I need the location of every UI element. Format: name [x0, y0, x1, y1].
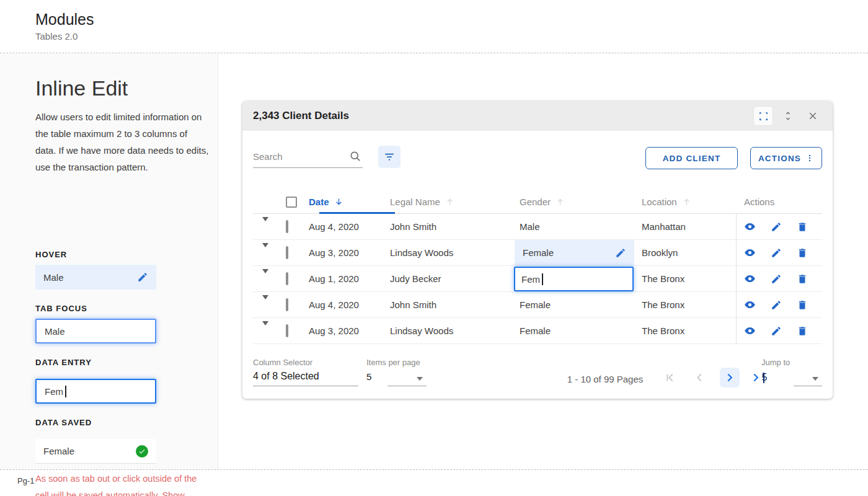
tab-focus-state-value: Male [45, 326, 65, 337]
delete-trash-icon[interactable] [797, 221, 808, 232]
hover-state-example[interactable]: Male [35, 265, 156, 290]
search-field[interactable] [253, 146, 363, 168]
sort-asc-icon [682, 197, 691, 206]
filter-button[interactable] [378, 146, 401, 168]
page-subtitle: Tables 2.0 [35, 31, 78, 42]
items-per-page-dropdown[interactable] [388, 371, 427, 386]
edit-pencil-icon[interactable] [771, 247, 782, 259]
table-row: Aug 3, 2020 Lindsay Woods Female The Bro… [253, 318, 822, 344]
cell-gender[interactable]: Male [520, 221, 540, 232]
column-header-location[interactable]: Location [642, 197, 736, 207]
cell-date: Aug 3, 2020 [309, 247, 390, 258]
edit-pencil-icon[interactable] [771, 221, 782, 232]
cell-date: Aug 4, 2020 [309, 221, 390, 232]
filter-icon [384, 151, 395, 162]
next-page-button[interactable] [720, 368, 740, 388]
edit-pencil-icon[interactable] [771, 326, 782, 337]
items-per-page-value: 5 [366, 371, 371, 382]
save-behavior-note: As soon as tab out or click outside of t… [35, 471, 204, 496]
view-icon[interactable] [744, 247, 756, 259]
card-header-icons [754, 107, 822, 125]
collapse-expand-icon[interactable] [779, 107, 797, 125]
row-checkbox[interactable] [286, 246, 288, 259]
pattern-title: Inline Edit [35, 76, 128, 100]
sidebar: Inline Edit Allow users to edit limited … [0, 54, 218, 469]
hover-state-value: Male [43, 272, 64, 283]
add-client-button[interactable]: ADD CLIENT [645, 147, 738, 169]
page-header: Modules Tables 2.0 [0, 0, 868, 53]
cell-legal-name: Lindsay Woods [390, 247, 520, 258]
actions-button[interactable]: ACTIONS [750, 147, 822, 169]
delete-trash-icon[interactable] [797, 326, 808, 337]
jump-to-label: Jump to [761, 358, 790, 367]
row-checkbox[interactable] [286, 272, 288, 285]
view-icon[interactable] [744, 299, 756, 311]
cell-legal-name: John Smith [390, 299, 520, 310]
cell-gender[interactable]: Female [520, 326, 551, 336]
data-saved-state-value: Female [43, 446, 74, 456]
cell-location: The Bronx [642, 326, 736, 336]
first-page-button[interactable] [660, 368, 680, 388]
search-input[interactable] [253, 146, 345, 167]
cell-location: The Bronx [642, 299, 736, 310]
delete-trash-icon[interactable] [797, 299, 808, 311]
data-entry-section-label: DATA ENTRY [35, 358, 92, 367]
column-header-legal-name[interactable]: Legal Name [390, 197, 520, 207]
cell-date: Aug 3, 2020 [309, 326, 390, 336]
row-checkbox[interactable] [286, 298, 288, 311]
row-expander-icon[interactable] [262, 243, 268, 258]
fullscreen-icon[interactable] [754, 107, 773, 125]
sort-desc-icon [334, 197, 343, 206]
delete-trash-icon[interactable] [797, 247, 808, 259]
card-header: 2,343 Client Details [242, 101, 833, 131]
data-entry-state-input[interactable]: Fem [35, 379, 156, 404]
pagination-controls: 5 [660, 368, 767, 388]
add-client-label: ADD CLIENT [663, 154, 721, 163]
table-row: Aug 3, 2020 Lindsay Woods Female Brookly… [253, 240, 822, 266]
tab-focus-state-example[interactable]: Male [35, 319, 156, 343]
column-selector-dropdown[interactable]: 4 of 8 Selected [253, 371, 358, 386]
last-page-button[interactable]: 5 [750, 368, 767, 388]
gender-cell-edit-input[interactable]: Fem [514, 267, 634, 291]
row-expander-icon[interactable] [262, 321, 268, 336]
table-toolbar: ADD CLIENT ACTIONS [253, 146, 822, 170]
table-row: Aug 4, 2020 John Smith Female The Bronx [253, 292, 822, 318]
table-row: Aug 4, 2020 John Smith Male Manhattan [253, 214, 822, 240]
sort-asc-icon [556, 197, 565, 206]
sort-asc-icon [445, 197, 454, 206]
page-tag: Pg-1 [17, 476, 34, 485]
row-actions [744, 299, 822, 311]
column-header-gender[interactable]: Gender [520, 197, 642, 207]
edit-pencil-icon[interactable] [771, 299, 782, 311]
delete-trash-icon[interactable] [797, 273, 808, 285]
edit-pencil-icon[interactable] [137, 272, 148, 283]
cell-gender: Female [523, 247, 554, 258]
previous-page-button[interactable] [690, 368, 710, 388]
view-icon[interactable] [744, 325, 756, 337]
view-icon[interactable] [744, 273, 756, 285]
row-actions [744, 247, 822, 259]
table-row: Aug 1, 2020 Judy Becker Fem The Bronx [253, 266, 822, 292]
select-all-checkbox[interactable] [286, 197, 297, 208]
edit-pencil-icon[interactable] [771, 273, 782, 285]
cell-legal-name: Lindsay Woods [390, 326, 520, 336]
row-expander-icon[interactable] [262, 217, 268, 232]
gender-cell-hover[interactable]: Female [515, 240, 634, 265]
row-expander-icon[interactable] [262, 295, 268, 310]
edit-pencil-icon[interactable] [615, 247, 626, 259]
jump-to-value: 5 [762, 372, 768, 383]
column-header-date[interactable]: Date [309, 197, 390, 207]
cell-location: Brooklyn [642, 247, 736, 258]
data-entry-state-value: Fem [45, 386, 63, 397]
row-expander-icon[interactable] [262, 269, 268, 284]
items-per-page-label: Items per page [366, 358, 420, 367]
jump-to-dropdown[interactable] [794, 371, 822, 386]
data-saved-state-example: Female [35, 439, 156, 464]
cell-gender[interactable]: Female [520, 299, 551, 310]
close-icon[interactable] [804, 107, 822, 125]
table-body: Aug 4, 2020 John Smith Male Manhattan Au… [253, 214, 822, 344]
column-header-actions: Actions [736, 197, 822, 207]
view-icon[interactable] [744, 221, 756, 232]
row-checkbox[interactable] [286, 220, 288, 233]
row-checkbox[interactable] [286, 324, 288, 337]
